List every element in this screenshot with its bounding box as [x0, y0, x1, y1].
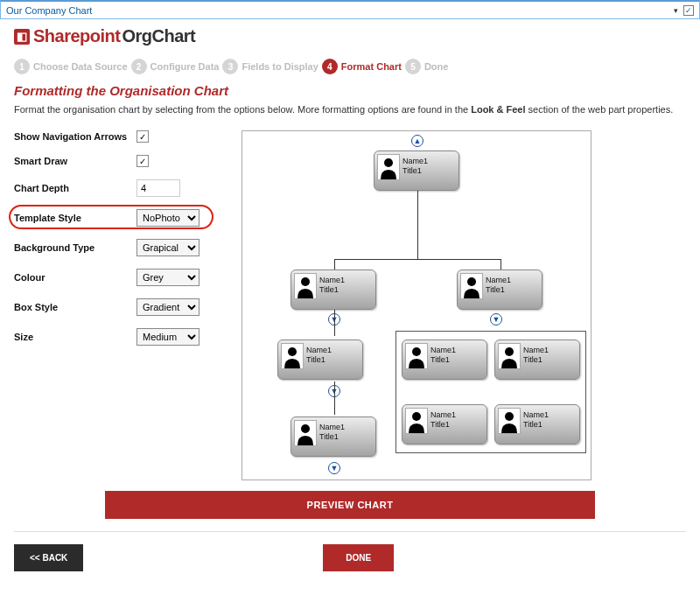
back-button[interactable]: << BACK — [14, 544, 83, 571]
show-nav-label: Show Navigation Arrows — [14, 131, 136, 142]
avatar-icon — [294, 273, 317, 299]
preview-chart-button[interactable]: PREVIEW CHART — [105, 491, 595, 519]
step-num-3: 3 — [222, 59, 238, 74]
colour-label: Colour — [14, 272, 136, 283]
step-num-2: 2 — [131, 59, 147, 74]
org-node[interactable]: Name1Title1 — [277, 340, 363, 380]
node-name: Name1 — [523, 410, 549, 420]
node-name: Name1 — [319, 276, 345, 285]
brand-icon: ◧ — [14, 29, 30, 45]
template-style-label: Template Style — [14, 213, 136, 223]
step-num-5: 5 — [405, 59, 421, 74]
chart-preview: ▲ ▼ ▼ ▼ ▼ Name1Title1 Name1Title1 — [242, 130, 592, 480]
desc-part-b: section of the web part properties. — [526, 104, 674, 115]
org-node[interactable]: Name1Title1 — [457, 270, 542, 310]
avatar-icon — [405, 343, 428, 369]
section-title: Formatting the Organisation Chart — [14, 83, 686, 98]
step-3[interactable]: 3Fields to Display — [222, 59, 318, 74]
org-node[interactable]: Name1Title1 — [290, 416, 376, 457]
smart-draw-checkbox[interactable]: ✓ — [136, 155, 149, 167]
show-nav-checkbox[interactable]: ✓ — [136, 130, 149, 143]
divider — [14, 531, 686, 532]
nav-up-icon[interactable]: ▲ — [411, 135, 424, 147]
step-num-1: 1 — [14, 59, 30, 74]
brand-logo: ◧ SharepointOrgChart — [14, 26, 686, 46]
step-5[interactable]: 5Done — [405, 59, 449, 74]
avatar-icon — [460, 273, 483, 299]
node-name: Name1 — [319, 423, 345, 432]
step-num-4: 4 — [322, 59, 338, 74]
node-name: Name1 — [306, 346, 332, 355]
node-title: Title1 — [486, 285, 511, 295]
avatar-icon — [498, 408, 521, 434]
org-node[interactable]: Name1Title1 — [494, 340, 580, 380]
wizard-steps: 1Choose Data Source 2Configure Data 3Fie… — [14, 59, 686, 74]
org-node[interactable]: Name1Title1 — [290, 270, 376, 310]
window-titlebar: Our Company Chart ▾ ✓ — [0, 0, 700, 19]
node-title: Title1 — [430, 420, 456, 430]
svg-point-4 — [412, 347, 421, 356]
svg-point-8 — [505, 412, 514, 421]
chart-depth-label: Chart Depth — [14, 183, 136, 193]
desc-bold: Look & Feel — [471, 104, 525, 115]
nav-down-icon[interactable]: ▼ — [328, 462, 340, 474]
org-node[interactable]: Name1Title1 — [494, 404, 580, 444]
step-label-4: Format Chart — [341, 61, 402, 72]
org-node[interactable]: Name1Title1 — [374, 150, 459, 191]
svg-point-1 — [301, 277, 310, 286]
node-title: Title1 — [402, 166, 428, 176]
svg-point-6 — [301, 424, 310, 433]
org-node[interactable]: Name1Title1 — [402, 340, 487, 380]
step-1[interactable]: 1Choose Data Source — [14, 59, 128, 74]
svg-point-7 — [412, 412, 421, 421]
node-name: Name1 — [430, 410, 456, 420]
node-title: Title1 — [430, 355, 456, 365]
size-label: Size — [14, 332, 136, 342]
step-4[interactable]: 4Format Chart — [322, 59, 402, 74]
node-title: Title1 — [319, 432, 345, 442]
nav-down-icon[interactable]: ▼ — [490, 313, 502, 326]
colour-select[interactable]: Grey — [136, 269, 200, 286]
box-style-select[interactable]: Gradient — [136, 298, 200, 316]
svg-point-2 — [467, 277, 476, 286]
step-2[interactable]: 2Configure Data — [131, 59, 220, 74]
node-title: Title1 — [523, 355, 549, 365]
avatar-icon — [498, 343, 521, 369]
desc-part-a: Format the organisation chart by selecti… — [14, 104, 471, 115]
section-description: Format the organisation chart by selecti… — [14, 103, 686, 116]
node-title: Title1 — [523, 420, 549, 430]
org-node[interactable]: Name1Title1 — [402, 404, 487, 444]
node-title: Title1 — [319, 285, 345, 295]
smart-draw-label: Smart Draw — [14, 156, 136, 166]
done-button[interactable]: DONE — [323, 544, 394, 571]
step-label-2: Configure Data — [150, 61, 220, 72]
step-label-5: Done — [424, 61, 449, 72]
avatar-icon — [377, 154, 400, 180]
brand-part-b: OrgChart — [122, 26, 195, 46]
avatar-icon — [405, 408, 428, 434]
avatar-icon — [294, 420, 317, 446]
template-style-select[interactable]: NoPhoto — [136, 209, 200, 227]
svg-point-5 — [505, 347, 514, 356]
step-label-3: Fields to Display — [242, 61, 318, 72]
node-title: Title1 — [306, 355, 332, 365]
options-panel: Show Navigation Arrows ✓ Smart Draw ✓ Ch… — [14, 130, 215, 480]
background-type-label: Background Type — [14, 242, 136, 253]
size-select[interactable]: Medium — [136, 328, 200, 346]
step-label-1: Choose Data Source — [33, 61, 128, 72]
svg-point-3 — [288, 347, 297, 356]
background-type-select[interactable]: Grapical — [136, 239, 200, 256]
node-name: Name1 — [430, 346, 456, 355]
titlebar-check-button[interactable]: ✓ — [683, 5, 694, 16]
brand-part-a: Sharepoint — [33, 26, 120, 46]
node-name: Name1 — [402, 157, 428, 166]
window-title: Our Company Chart — [6, 5, 92, 16]
svg-point-0 — [384, 158, 393, 167]
node-name: Name1 — [486, 276, 511, 285]
avatar-icon — [281, 343, 304, 369]
node-name: Name1 — [523, 346, 549, 355]
box-style-label: Box Style — [14, 302, 136, 312]
chart-depth-input[interactable] — [136, 179, 180, 197]
titlebar-menu-chevron-icon[interactable]: ▾ — [674, 6, 678, 15]
